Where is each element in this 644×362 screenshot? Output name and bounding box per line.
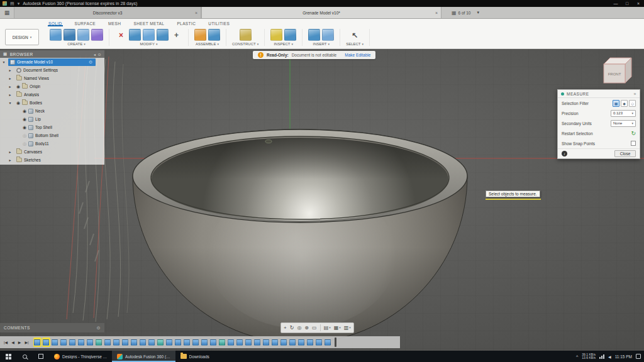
browser-row-neck[interactable]: ◉Neck [0, 107, 104, 115]
volume-icon[interactable]: ◀ [608, 354, 611, 359]
display-settings-icon[interactable]: ▤▾ [324, 326, 331, 331]
ribbon-tab-surface[interactable]: SURFACE [74, 20, 97, 26]
timeline-feature-17[interactable] [174, 337, 182, 347]
visibility-eye-icon[interactable]: ◉ [23, 109, 26, 113]
panel-handle-icon[interactable]: ⊙ [97, 52, 101, 57]
timeline-feature-32[interactable] [306, 337, 314, 347]
timeline-feature-26[interactable] [253, 337, 262, 347]
play-button[interactable]: ▶ [16, 340, 23, 344]
timeline-feature-20[interactable] [201, 337, 209, 347]
timeline-feature-6[interactable] [77, 337, 86, 347]
browser-row-named-views[interactable]: ▸Named Views [0, 74, 104, 82]
filter-body-icon[interactable]: ▦ [613, 100, 619, 107]
timeline-feature-33[interactable] [315, 337, 323, 347]
timeline-feature-15[interactable] [157, 337, 165, 347]
timeline-feature-10[interactable] [113, 337, 121, 347]
component-activate-icon[interactable]: ⊙ [89, 60, 94, 65]
toolbar-group-label-assemble[interactable]: ASSEMBLE▾ [196, 42, 219, 46]
timeline-feature-30[interactable] [289, 337, 297, 347]
timeline-feature-25[interactable] [245, 337, 253, 347]
filter-face-icon[interactable]: ◆ [621, 100, 628, 107]
toolbar-group-label-modify[interactable]: MODIFY▾ [140, 42, 158, 46]
browser-row-body11[interactable]: ◎Body11 [0, 140, 104, 148]
browser-row-bodies[interactable]: ▾◉Bodies [0, 99, 104, 107]
visibility-eye-icon[interactable]: ◉ [23, 125, 26, 129]
step-back-button[interactable]: ◀ [9, 340, 16, 344]
start-button[interactable] [0, 351, 16, 362]
viewports-icon[interactable]: ▥▾ [344, 326, 351, 331]
timeline-feature-16[interactable] [165, 337, 174, 347]
timeline-feature-28[interactable] [271, 337, 279, 347]
document-tab-disconnector[interactable]: Disconnector v3 × [14, 7, 201, 18]
make-editable-link[interactable]: Make Editable [345, 53, 370, 57]
timeline-feature-4[interactable] [60, 337, 68, 347]
ribbon-tab-plastic[interactable]: PLASTIC [176, 20, 196, 26]
timeline-feature-19[interactable] [192, 337, 200, 347]
disclosure-icon[interactable]: ▸ [8, 84, 13, 89]
network-icon[interactable] [599, 354, 604, 359]
disclosure-icon[interactable]: ▾ [1, 60, 6, 64]
timeline-feature-7[interactable] [86, 337, 94, 347]
browser-row-lip[interactable]: ◉Lip [0, 115, 104, 123]
toolbar-group-label-insert[interactable]: INSERT▾ [313, 42, 329, 46]
tray-overflow-chevron[interactable]: ^ [576, 354, 578, 359]
disclosure-icon[interactable]: ▸ [8, 158, 13, 162]
ribbon-tab-utilities[interactable]: UTILITIES [208, 20, 230, 26]
delete-icon[interactable]: × [115, 29, 127, 41]
extrude-icon[interactable] [64, 29, 75, 41]
zoom-icon[interactable]: ⊕ [304, 326, 309, 331]
timeline-feature-14[interactable] [148, 337, 156, 347]
look-at-icon[interactable]: ◎ [297, 326, 301, 331]
browser-row-bottom-shell[interactable]: ◎Bottom Shell [0, 131, 104, 140]
expand-panel-icon[interactable]: » [634, 92, 636, 96]
timeline-playhead[interactable] [335, 337, 336, 347]
visibility-eye-icon[interactable]: ◉ [16, 84, 20, 89]
clock[interactable]: 11:15 PM [615, 354, 632, 359]
section-analysis-icon[interactable] [284, 29, 296, 41]
construct-plane-icon[interactable] [240, 29, 252, 41]
filter-edge-icon[interactable]: ◇ [629, 100, 636, 107]
new-component-icon[interactable] [194, 29, 206, 41]
menu-icon[interactable]: ▤ [10, 1, 14, 6]
pan-icon[interactable]: + [284, 326, 287, 331]
timeline-feature-5[interactable] [69, 337, 77, 347]
close-measure-button[interactable]: Close [614, 150, 636, 157]
visibility-eye-icon[interactable]: ◉ [23, 117, 26, 121]
minimize-button[interactable]: — [610, 1, 621, 6]
browser-row-grenade-model-v10[interactable]: ▾Grenade Model v10⊙ [0, 58, 104, 66]
timeline-feature-8[interactable] [95, 337, 103, 347]
ribbon-tab-solid[interactable]: SOLID [48, 20, 63, 26]
move-copy-icon[interactable]: + [170, 29, 182, 41]
orbit-icon[interactable]: ↻ [290, 326, 294, 331]
fit-icon[interactable]: ▭ [312, 326, 317, 331]
ribbon-tab-sheet-metal[interactable]: SHEET METAL [133, 20, 165, 26]
disclosure-icon[interactable]: ▸ [8, 76, 13, 80]
revolve-icon[interactable] [77, 29, 89, 41]
restart-selection-icon[interactable]: ↻ [631, 131, 636, 136]
measure-dialog-header[interactable]: MEASURE » [558, 90, 640, 98]
workspace-selector[interactable]: DESIGN ▾ [5, 29, 39, 45]
timeline-feature-21[interactable] [209, 337, 218, 347]
show-snap-points-checkbox[interactable] [631, 141, 636, 146]
tab-close-icon[interactable]: × [435, 11, 438, 15]
timeline-feature-1[interactable] [33, 337, 42, 347]
disclosure-icon[interactable]: ▸ [8, 150, 13, 154]
toolbar-group-label-construct[interactable]: CONSTRUCT▾ [232, 42, 258, 46]
timeline-feature-13[interactable] [139, 337, 147, 347]
browser-row-canvases[interactable]: ▸Canvases [0, 148, 104, 156]
timeline-feature-11[interactable] [121, 337, 130, 347]
taskbar-search-button[interactable] [16, 351, 33, 362]
document-counter[interactable]: ▦ 6 of 10 [452, 7, 470, 18]
view-cube[interactable]: FRONT [597, 53, 639, 94]
taskbar-app-autodesk-fusion-360[interactable]: Autodesk Fusion 360 (… [112, 351, 175, 362]
menu-caret-icon[interactable]: ▾ [18, 1, 20, 6]
select-icon[interactable]: ↖ [349, 29, 361, 41]
browser-row-analysis[interactable]: ▸Analysis [0, 90, 104, 99]
close-button[interactable]: × [633, 1, 644, 6]
new-solid-icon[interactable] [50, 29, 62, 41]
grid-display-icon[interactable]: ▦▾ [334, 326, 341, 331]
action-center-icon[interactable] [636, 354, 641, 359]
shell-icon[interactable] [157, 29, 169, 41]
toolbar-group-label-inspect[interactable]: INSPECT▾ [274, 42, 293, 46]
taskbar-app-downloads[interactable]: Downloads [175, 351, 214, 362]
